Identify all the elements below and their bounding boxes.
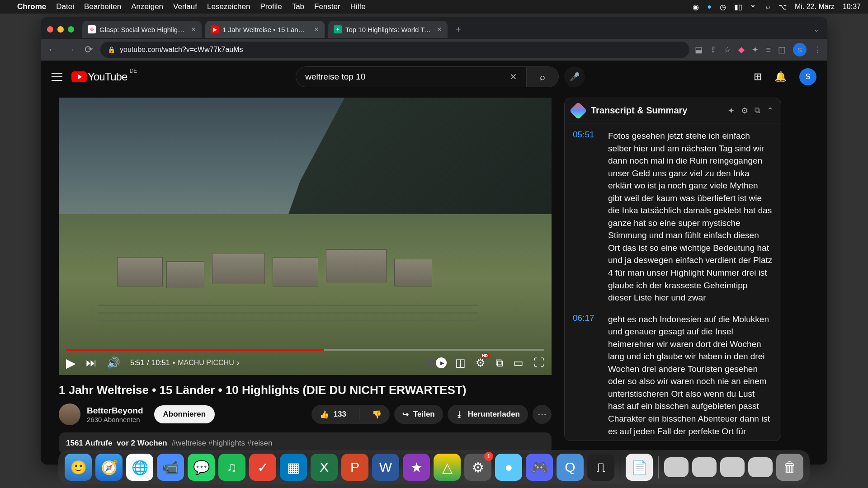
word-icon[interactable]: W (372, 454, 399, 481)
notifications-button[interactable]: 🔔 (774, 71, 787, 83)
minimized-window-3[interactable] (720, 457, 745, 477)
battery-icon[interactable]: ▮▯ (734, 3, 742, 11)
spotlight-icon[interactable]: ⌕ (766, 3, 770, 11)
like-button[interactable]: 👍 133 (311, 405, 354, 424)
downloads-icon[interactable]: 📄 (626, 454, 653, 481)
dislike-button[interactable]: 👎 (364, 405, 390, 424)
menu-lesezeichen[interactable]: Lesezeichen (207, 2, 250, 11)
ai-summary-icon[interactable]: ✦ (728, 106, 735, 116)
tab-chatgpt[interactable]: ✦ Top 10 Highlights: World Tour ✕ (328, 21, 448, 38)
close-window-button[interactable] (47, 26, 53, 33)
menubar-date[interactable]: Mi. 22. März (795, 3, 835, 11)
close-tab-icon[interactable]: ✕ (314, 26, 319, 33)
reading-list-icon[interactable]: ≡ (766, 45, 771, 55)
settings-icon[interactable]: ⚙ (741, 106, 748, 116)
voice-memos-icon[interactable]: ⎍ (587, 454, 614, 481)
back-button[interactable]: ← (46, 44, 59, 56)
channel-avatar[interactable] (59, 404, 80, 425)
maximize-window-button[interactable] (68, 26, 74, 33)
close-tab-icon[interactable]: ✕ (191, 26, 196, 33)
extensions-icon[interactable]: ✦ (752, 45, 759, 55)
menu-fenster[interactable]: Fenster (314, 2, 340, 11)
play-button[interactable]: ▶ (66, 356, 76, 371)
clock-icon[interactable]: ◷ (720, 3, 726, 11)
spotify-icon[interactable]: ♫ (218, 454, 245, 481)
record-icon[interactable]: ◉ (693, 3, 699, 11)
minimized-window-4[interactable] (748, 457, 773, 477)
excel-icon[interactable]: X (311, 454, 338, 481)
more-actions-button[interactable]: ⋯ (533, 405, 552, 424)
timestamp[interactable]: 05:51 (573, 130, 601, 304)
minimize-window-button[interactable] (57, 26, 64, 33)
voice-search-button[interactable]: 🎤 (564, 66, 585, 87)
tab-youtube[interactable]: ▶ 1 Jahr Weltreise • 15 Länder • ✕ (205, 21, 325, 38)
menu-tab[interactable]: Tab (292, 2, 304, 11)
imovie-icon[interactable]: ★ (403, 454, 430, 481)
miniplayer-button[interactable]: ⧉ (495, 357, 503, 369)
app-icon[interactable]: ● (495, 454, 522, 481)
finder-icon[interactable]: 🙂 (65, 454, 92, 481)
chrome-icon[interactable]: 🌐 (126, 454, 153, 481)
video-player[interactable]: ▶ ⏭ 🔊 5:51 / 10:51 • MACHU PICCHU › (59, 98, 552, 375)
autoplay-toggle[interactable]: ▶ (427, 359, 445, 366)
account-avatar[interactable]: S (799, 68, 816, 85)
bookmark-star-icon[interactable]: ☆ (724, 45, 731, 55)
channel-name[interactable]: BetterBeyond (87, 406, 143, 416)
copy-icon[interactable]: ⧉ (755, 106, 760, 115)
close-tab-icon[interactable]: ✕ (437, 26, 442, 33)
share-button[interactable]: ↪ Teilen (394, 405, 443, 424)
app-name[interactable]: Chrome (17, 2, 46, 11)
side-panel-icon[interactable]: ◫ (778, 45, 786, 55)
chrome-menu-icon[interactable]: ⋮ (814, 45, 822, 55)
volume-button[interactable]: 🔊 (107, 357, 120, 369)
quicktime-icon[interactable]: Q (557, 454, 584, 481)
menu-datei[interactable]: Datei (56, 2, 74, 11)
url-input[interactable]: 🔒 youtube.com/watch?v=cWw77k7auMs (100, 42, 689, 58)
hamburger-menu-button[interactable] (52, 73, 62, 81)
minimized-window-1[interactable] (664, 457, 689, 477)
clear-search-icon[interactable]: ✕ (509, 71, 517, 82)
share-icon[interactable]: ⇪ (710, 45, 717, 55)
powerpoint-icon[interactable]: P (341, 454, 368, 481)
discord-icon[interactable]: 🎮 (526, 454, 553, 481)
settings-button[interactable]: ⚙HD (476, 357, 486, 369)
minimized-window-2[interactable] (692, 457, 717, 477)
control-center-icon[interactable]: ⌥ (778, 3, 787, 11)
system-settings-icon[interactable]: ⚙1 (464, 454, 491, 481)
transcript-entry[interactable]: 06:17 geht es nach Indonesien auf die Mo… (573, 313, 773, 437)
safari-icon[interactable]: 🧭 (95, 454, 123, 481)
google-drive-icon[interactable]: △ (434, 454, 461, 481)
app-indicator-icon[interactable]: ● (707, 3, 712, 11)
search-input[interactable]: weltreise top 10 ✕ (296, 66, 526, 87)
tab-glasp[interactable]: ❖ Glasp: Social Web Highlight & ✕ (82, 21, 202, 38)
menu-anzeigen[interactable]: Anzeigen (131, 2, 163, 11)
glasp-extension-icon[interactable]: ◆ (738, 45, 745, 55)
theater-mode-button[interactable]: ▭ (513, 357, 524, 369)
chapter-name[interactable]: MACHU PICCHU (178, 359, 234, 367)
subscribe-button[interactable]: Abonnieren (154, 405, 215, 423)
fullscreen-button[interactable]: ⛶ (533, 357, 544, 369)
chevron-right-icon[interactable]: › (237, 359, 239, 367)
transcript-entry[interactable]: 05:51 Fotos gesehen jetzt stehe ich einf… (573, 130, 773, 304)
create-button[interactable]: ⊞ (754, 71, 762, 83)
todoist-icon[interactable]: ✓ (249, 454, 276, 481)
whatsapp-icon[interactable]: 💬 (188, 454, 215, 481)
install-app-icon[interactable]: ⬓ (695, 45, 703, 55)
collapse-icon[interactable]: ⌃ (767, 106, 774, 116)
new-tab-button[interactable]: + (451, 24, 466, 35)
profile-avatar[interactable]: S (793, 43, 807, 56)
wifi-icon[interactable]: ᯤ (750, 3, 758, 11)
reload-button[interactable]: ⟳ (82, 44, 95, 56)
menu-hilfe[interactable]: Hilfe (350, 2, 366, 11)
menubar-time[interactable]: 10:37 (843, 3, 861, 11)
menu-verlauf[interactable]: Verlauf (173, 2, 197, 11)
tabs-dropdown-icon[interactable]: ⌄ (810, 26, 823, 33)
transcript-body[interactable]: 05:51 Fotos gesehen jetzt stehe ich einf… (565, 123, 781, 441)
search-button[interactable]: ⌕ (526, 66, 559, 87)
subtitles-button[interactable]: ◫ (455, 357, 466, 369)
menu-profile[interactable]: Profile (260, 2, 282, 11)
download-button[interactable]: ⭳ Herunterladen (448, 405, 528, 424)
trash-icon[interactable]: 🗑 (776, 454, 803, 481)
timestamp[interactable]: 06:17 (573, 313, 601, 437)
trello-icon[interactable]: ▦ (280, 454, 307, 481)
